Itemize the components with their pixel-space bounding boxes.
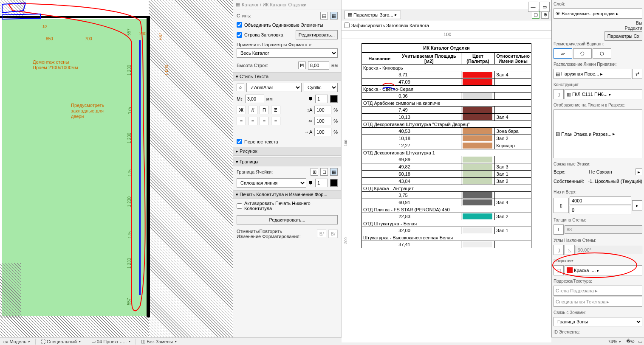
- sb-override[interactable]: ◫ Без Замены: [139, 339, 178, 344]
- table-row[interactable]: 3,71Зал 4: [362, 71, 531, 79]
- lock-header-checkbox[interactable]: [344, 22, 350, 28]
- height-bottom-input[interactable]: [570, 206, 631, 214]
- geo-straight-icon[interactable]: ▱: [554, 48, 572, 59]
- height-icon[interactable]: M̂: [298, 62, 306, 69]
- coating-dropdown[interactable]: Краска -... ▸: [565, 265, 642, 275]
- sb-special[interactable]: ⛶ Специальный: [39, 339, 82, 344]
- vertical-icon[interactable]: ▯: [554, 245, 564, 255]
- zoom-value[interactable]: 74%: [606, 339, 623, 344]
- surface-icon[interactable]: ⬚: [554, 265, 564, 275]
- scheme-params-button[interactable]: Параметры Сх: [604, 31, 642, 41]
- wrap-checkbox[interactable]: [237, 139, 242, 144]
- floorplan-viewport[interactable]: 850 700 10 260 557 667 1 230 1 000 175 1…: [0, 0, 233, 337]
- zone-relation-select[interactable]: Граница Зоны: [554, 317, 642, 326]
- table-row[interactable]: 0,06: [362, 93, 531, 100]
- color-swatch[interactable]: [330, 95, 338, 103]
- table-row[interactable]: 40,53Зона бара: [362, 128, 531, 135]
- table-row[interactable]: ОТД Плитка - FS STAR (PERONDA) 450: [362, 206, 531, 213]
- border-preset-2[interactable]: ⊟: [320, 168, 328, 176]
- minimize-icon[interactable]: —: [528, 2, 538, 12]
- font-select[interactable]: ✓ArialArial: [246, 83, 302, 92]
- height-diagram-icon[interactable]: ▯: [554, 198, 569, 213]
- charwidth-input[interactable]: [314, 117, 331, 125]
- italic-button[interactable]: К: [248, 106, 257, 114]
- kerning-input[interactable]: [314, 128, 331, 136]
- encoding-select[interactable]: Cyrillic: [304, 83, 338, 92]
- flip-icon[interactable]: ⇄: [632, 69, 642, 79]
- trim-texture-button[interactable]: Специальная Текстура ▸: [554, 297, 642, 307]
- bold-button[interactable]: Ж: [237, 106, 246, 114]
- table-row[interactable]: ОТД Декоротивная Штукатурка "Старый Двор…: [362, 121, 531, 128]
- border-pen-input[interactable]: [315, 179, 328, 187]
- table-row[interactable]: 37,41: [362, 241, 531, 248]
- table-row[interactable]: 10,13Зал 4: [362, 114, 531, 121]
- footer-checkbox[interactable]: [237, 203, 242, 209]
- more-icon[interactable]: ▸: [632, 200, 642, 210]
- geo-poly-icon[interactable]: ⬡: [593, 48, 611, 59]
- table-row[interactable]: 22,83Зал 2: [362, 213, 531, 220]
- table-row[interactable]: 60,91Зал 4: [362, 199, 531, 206]
- table-row[interactable]: 10,18Зал 2: [362, 135, 531, 142]
- linestyle-select[interactable]: Сплошная линия: [237, 178, 306, 188]
- border-preset-3[interactable]: ▦: [330, 168, 338, 176]
- zoom-fit-icon[interactable]: �⊙: [626, 339, 635, 344]
- table-row[interactable]: Штукатурка - Высококачественная Белая: [362, 234, 531, 241]
- align-justify-button[interactable]: ≡: [271, 117, 280, 125]
- select-icon[interactable]: ▢: [532, 11, 539, 19]
- trim-wall-button[interactable]: Стена Подрезана ▸: [554, 286, 642, 296]
- table-row[interactable]: 12,27Коридор: [362, 142, 531, 149]
- border-section[interactable]: ▾ Границы: [233, 157, 341, 166]
- table-row[interactable]: 49,82Зал 3: [362, 163, 531, 171]
- border-preset-1[interactable]: ⊞: [311, 168, 318, 176]
- sb-project[interactable]: ▭ 04 Проект - ...: [90, 339, 132, 344]
- strike-button[interactable]: Ƶ: [271, 106, 280, 114]
- table-row[interactable]: 43,84Зал 2: [362, 178, 531, 185]
- linespacing-input[interactable]: [314, 106, 331, 114]
- refline-dropdown[interactable]: ▤ Наружная Пове... ▸: [554, 69, 631, 79]
- display-dropdown[interactable]: ▨ План Этажа и Разрез... ▸: [554, 109, 642, 158]
- apply-scope-select[interactable]: Весь Каталог: [237, 48, 338, 58]
- undo-button[interactable]: B/: [317, 230, 326, 238]
- slanted-icon[interactable]: ◺: [565, 245, 575, 255]
- pen-input[interactable]: [315, 95, 328, 103]
- layer-dropdown[interactable]: 👁 Возводимые...регородки ▸: [554, 8, 642, 19]
- geo-trap-icon[interactable]: ⬠: [573, 48, 592, 59]
- textstyle-section[interactable]: ▾ Стиль Текста: [233, 72, 341, 81]
- composite-dropdown[interactable]: ▥ ГКЛ С111 ПН6... ▸: [565, 89, 642, 99]
- link-top-button[interactable]: ▸: [636, 168, 642, 175]
- table-row[interactable]: ОТД Штукатурка - Белая: [362, 220, 531, 227]
- align-center-button[interactable]: ≡: [248, 117, 257, 125]
- edit-footer-button[interactable]: Редактировать...: [237, 215, 338, 224]
- redo-button[interactable]: B/: [328, 230, 338, 238]
- height-top-input[interactable]: [570, 196, 631, 205]
- table-row[interactable]: 32,00Зал 1: [362, 227, 531, 234]
- add-icon[interactable]: ⊕: [541, 11, 549, 19]
- table-row[interactable]: ОТД Декоротивная Штукатурка 1: [362, 149, 531, 156]
- rowheight-input[interactable]: [308, 61, 329, 70]
- header-checkbox[interactable]: [237, 32, 242, 38]
- table-row[interactable]: ОТД Краска - Антрацит: [362, 185, 531, 192]
- table-row[interactable]: Краска - Светло-Серая: [362, 86, 531, 93]
- table-row[interactable]: 60,18Зал 1: [362, 171, 531, 178]
- close-icon[interactable]: ▭: [539, 2, 550, 12]
- footer-section[interactable]: ▾ Печать Колонтитула и Изменение Фор...: [233, 190, 341, 199]
- horizontal-ruler[interactable]: 100: [342, 31, 551, 39]
- sb-model[interactable]: ся Модель: [2, 339, 32, 344]
- align-right-button[interactable]: ≡: [260, 117, 269, 125]
- basic-wall-icon[interactable]: ▯: [554, 89, 564, 99]
- favorite-icon[interactable]: ☆: [237, 84, 244, 91]
- picture-section[interactable]: ▸ Рисунок: [233, 147, 341, 156]
- underline-button[interactable]: П: [260, 106, 269, 114]
- preview-canvas[interactable]: 100 200 ИК Каталог Отделки Название Учит…: [342, 39, 551, 342]
- merge-checkbox[interactable]: [237, 22, 242, 28]
- border-color-swatch[interactable]: [330, 179, 338, 187]
- table-row[interactable]: 47,09: [362, 79, 531, 86]
- edit-header-button[interactable]: Редактировать...: [296, 30, 338, 39]
- align-left-button[interactable]: ≡: [237, 117, 246, 125]
- table-row[interactable]: ОТД Арабские символы на кирпиче: [362, 100, 531, 107]
- layout-icon-2[interactable]: ▦: [330, 12, 338, 20]
- table-row[interactable]: 3,75: [362, 192, 531, 199]
- zoom-controls-icon[interactable]: ▭: [638, 339, 642, 344]
- table-row[interactable]: 69,89: [362, 156, 531, 163]
- table-row[interactable]: Краска - Киноварь: [362, 65, 531, 71]
